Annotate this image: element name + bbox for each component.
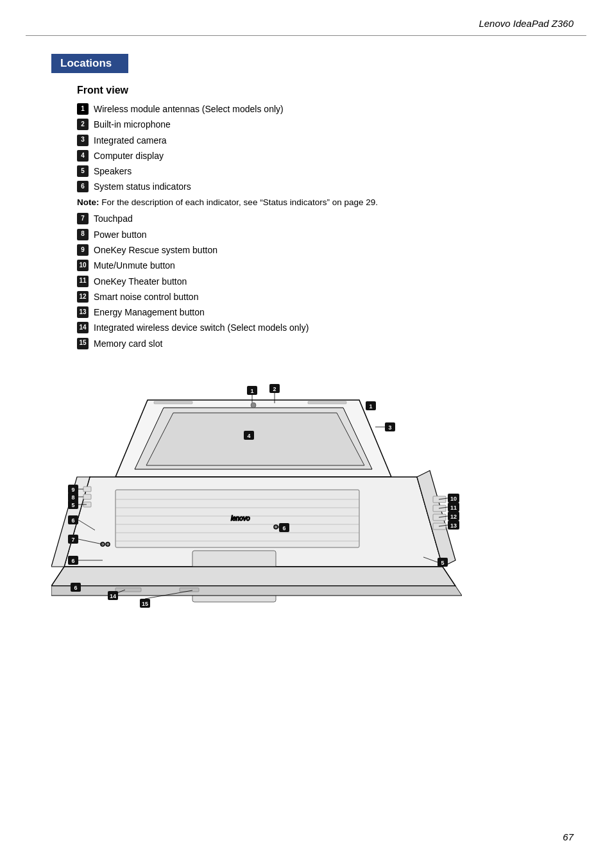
- badge-12: 12: [77, 291, 89, 303]
- svg-text:6: 6: [71, 558, 74, 564]
- top-divider: [26, 35, 586, 36]
- item-text: Touchpad: [94, 212, 133, 225]
- badge-1: 1: [77, 103, 89, 115]
- svg-text:7: 7: [71, 537, 74, 543]
- item-text: Power button: [94, 228, 147, 241]
- list-item: 7 Touchpad: [77, 212, 574, 225]
- list-item: 14 Integrated wireless device switch (Se…: [77, 321, 574, 334]
- item-text: Built-in microphone: [94, 118, 171, 131]
- list-item: 11 OneKey Theater button: [77, 275, 574, 288]
- item-text: OneKey Theater button: [94, 275, 187, 288]
- list-item: 1 Wireless module antennas (Select model…: [77, 103, 574, 115]
- items-list: 1 Wireless module antennas (Select model…: [77, 103, 574, 350]
- item-text: Speakers: [94, 165, 132, 178]
- note-text: Note: For the description of each indica…: [77, 196, 574, 209]
- item-text: System status indicators: [94, 180, 191, 193]
- item-text: Computer display: [94, 149, 164, 162]
- svg-text:14: 14: [110, 593, 116, 599]
- badge-11: 11: [77, 276, 89, 287]
- svg-text:6: 6: [282, 525, 285, 531]
- badge-8: 8: [77, 229, 89, 240]
- page-number: 67: [563, 831, 574, 842]
- item-text: Integrated camera: [94, 134, 167, 147]
- item-text: OneKey Rescue system button: [94, 244, 217, 256]
- svg-text:6: 6: [71, 517, 74, 524]
- list-item: 12 Smart noise control button: [77, 290, 574, 303]
- list-item: 2 Built-in microphone: [77, 118, 574, 131]
- svg-text:13: 13: [450, 522, 457, 529]
- diagram-svg: lenovo 1: [51, 362, 462, 637]
- svg-text:1: 1: [369, 403, 372, 410]
- svg-text:10: 10: [450, 496, 457, 502]
- item-text: Memory card slot: [94, 337, 162, 350]
- badge-3: 3: [77, 135, 89, 146]
- list-item: 9 OneKey Rescue system button: [77, 244, 574, 256]
- list-item: 3 Integrated camera: [77, 134, 574, 147]
- svg-text:lenovo: lenovo: [231, 515, 250, 522]
- badge-6: 6: [77, 181, 89, 192]
- svg-marker-2: [146, 413, 364, 465]
- badge-14: 14: [77, 322, 89, 333]
- front-view-title: Front view: [77, 85, 612, 96]
- item-text: Mute/Unmute button: [94, 259, 175, 272]
- svg-point-18: [251, 403, 256, 408]
- svg-text:1: 1: [250, 388, 253, 394]
- svg-text:5: 5: [441, 560, 444, 566]
- svg-text:11: 11: [450, 505, 457, 511]
- svg-rect-19: [154, 401, 192, 404]
- list-item: 8 Power button: [77, 228, 574, 241]
- badge-10: 10: [77, 260, 89, 271]
- badge-9: 9: [77, 244, 89, 256]
- page-header: Lenovo IdeaPad Z360: [0, 0, 612, 35]
- item-text: Integrated wireless device switch (Selec…: [94, 321, 309, 334]
- list-item: 13 Energy Management button: [77, 306, 574, 319]
- svg-point-32: [274, 525, 278, 529]
- badge-7: 7: [77, 213, 89, 224]
- item-text: Energy Management button: [94, 306, 205, 319]
- list-item: 10 Mute/Unmute button: [77, 259, 574, 272]
- badge-15: 15: [77, 338, 89, 349]
- svg-text:4: 4: [247, 433, 250, 439]
- badge-4: 4: [77, 150, 89, 162]
- svg-marker-13: [51, 567, 455, 586]
- svg-rect-25: [83, 487, 91, 492]
- svg-text:6: 6: [74, 585, 77, 591]
- svg-text:3: 3: [388, 424, 391, 431]
- laptop-diagram: lenovo 1: [51, 362, 449, 637]
- svg-rect-28: [115, 588, 141, 592]
- svg-point-31: [106, 542, 110, 546]
- header-title: Lenovo IdeaPad Z360: [479, 18, 574, 29]
- svg-text:12: 12: [450, 513, 457, 520]
- svg-text:8: 8: [71, 494, 74, 501]
- badge-13: 13: [77, 306, 89, 318]
- section-title: Locations: [51, 54, 128, 73]
- list-item: 6 System status indicators: [77, 180, 574, 193]
- list-item: 5 Speakers: [77, 165, 574, 178]
- svg-rect-26: [83, 494, 91, 499]
- item-text: Smart noise control button: [94, 290, 198, 303]
- list-item: 4 Computer display: [77, 149, 574, 162]
- svg-text:9: 9: [71, 487, 74, 493]
- badge-5: 5: [77, 165, 89, 177]
- svg-text:15: 15: [142, 601, 148, 607]
- svg-rect-20: [308, 401, 346, 404]
- svg-text:5: 5: [71, 502, 74, 508]
- list-item: 15 Memory card slot: [77, 337, 574, 350]
- badge-2: 2: [77, 119, 89, 130]
- svg-text:2: 2: [273, 386, 276, 392]
- item-text: Wireless module antennas (Select models …: [94, 103, 284, 115]
